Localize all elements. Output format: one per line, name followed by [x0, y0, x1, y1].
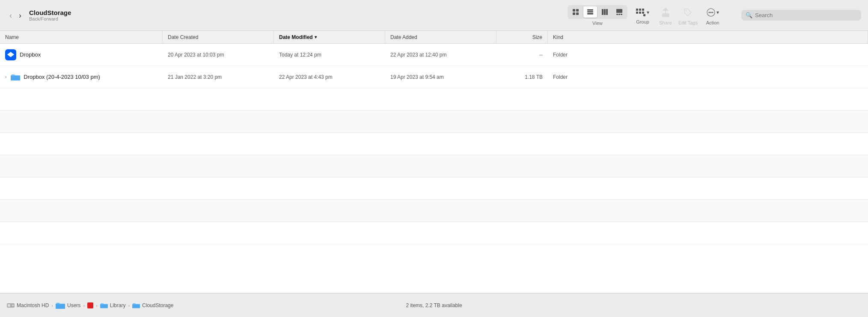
- svg-rect-17: [636, 12, 638, 14]
- hd-icon: [7, 302, 15, 308]
- edit-tags-group: Edit Tags: [678, 6, 698, 25]
- breadcrumb-text-hd: Macintosh HD: [17, 302, 49, 308]
- col-header-kind[interactable]: Kind: [548, 31, 868, 43]
- svg-rect-8: [604, 9, 606, 15]
- status-bar: Macintosh HD › Users › › Library ›: [0, 293, 868, 317]
- gallery-view-button[interactable]: [612, 6, 626, 18]
- icon-view-button[interactable]: [569, 6, 583, 18]
- svg-rect-3: [576, 12, 579, 15]
- dropbox-icon: [5, 49, 16, 60]
- view-controls-group: View: [568, 5, 627, 26]
- svg-point-25: [710, 12, 712, 13]
- list-view-button[interactable]: [583, 6, 597, 18]
- date-created-cell: 20 Apr 2023 at 10:03 pm: [163, 44, 274, 66]
- share-group: Share: [658, 6, 673, 25]
- sort-arrow: ▾: [315, 35, 317, 39]
- kind-cell: Folder: [548, 66, 868, 88]
- back-button[interactable]: ‹: [7, 10, 15, 21]
- window-title: CloudStorage: [29, 9, 71, 16]
- empty-row: [0, 222, 868, 244]
- date-modified-cell: Today at 12:24 pm: [274, 44, 385, 66]
- breadcrumb-item-library[interactable]: Library: [100, 302, 126, 308]
- date-added-cell: 22 Apr 2023 at 12:40 pm: [385, 44, 496, 66]
- col-header-date-modified[interactable]: Date Modified ▾: [274, 31, 385, 43]
- svg-rect-11: [616, 14, 618, 15]
- breadcrumb-item-cloudstorage[interactable]: CloudStorage: [132, 302, 173, 308]
- action-button[interactable]: ▾: [703, 6, 722, 19]
- folder-blue-icon: [11, 73, 20, 81]
- group-label: Group: [636, 19, 649, 24]
- svg-rect-2: [573, 12, 575, 15]
- empty-row: [0, 177, 868, 200]
- svg-rect-0: [573, 9, 575, 12]
- size-cell: 1.18 TB: [496, 66, 548, 88]
- edit-tags-button[interactable]: [680, 6, 696, 19]
- window-title-area: CloudStorage Back/Forward: [29, 9, 80, 21]
- nav-buttons: ‹ ›: [7, 10, 24, 21]
- view-label: View: [592, 21, 603, 26]
- empty-row: [0, 88, 868, 111]
- action-label: Action: [706, 20, 719, 25]
- date-added-cell: 19 Apr 2023 at 9:54 am: [385, 66, 496, 88]
- search-input[interactable]: [755, 12, 857, 18]
- column-headers: Name Date Created Date Modified ▾ Date A…: [0, 31, 868, 44]
- search-icon: 🔍: [746, 12, 752, 18]
- edit-tags-label: Edit Tags: [678, 20, 698, 25]
- svg-rect-1: [576, 9, 579, 12]
- empty-row: [0, 200, 868, 222]
- table-row[interactable]: Dropbox 20 Apr 2023 at 10:03 pm Today at…: [0, 44, 868, 66]
- library-folder-icon: [100, 302, 108, 308]
- expand-arrow[interactable]: ›: [5, 75, 6, 79]
- toolbar: ‹ › CloudStorage Back/Forward: [0, 0, 868, 31]
- svg-rect-7: [602, 9, 603, 15]
- col-header-size[interactable]: Size: [496, 31, 548, 43]
- breadcrumb-text-users: Users: [67, 302, 80, 308]
- date-created-cell: 21 Jan 2022 at 3:20 pm: [163, 66, 274, 88]
- breadcrumb-item-users[interactable]: Users: [56, 302, 80, 309]
- svg-rect-15: [639, 9, 641, 11]
- col-header-date-added[interactable]: Date Added: [385, 31, 496, 43]
- empty-row: [0, 111, 868, 133]
- empty-row: [0, 133, 868, 155]
- file-name: Dropbox: [20, 51, 41, 58]
- breadcrumb-sep: ›: [51, 303, 53, 308]
- search-bar[interactable]: 🔍: [741, 10, 861, 21]
- svg-rect-6: [587, 13, 593, 15]
- breadcrumb: Macintosh HD › Users › › Library ›: [7, 302, 291, 309]
- empty-row: [0, 155, 868, 177]
- share-button[interactable]: [658, 6, 673, 19]
- column-view-button[interactable]: [598, 6, 612, 18]
- svg-rect-4: [587, 9, 593, 11]
- breadcrumb-item-user[interactable]: [87, 302, 93, 308]
- breadcrumb-text-library: Library: [110, 302, 126, 308]
- svg-rect-13: [621, 14, 622, 15]
- users-folder-icon: [56, 302, 65, 309]
- file-name-cell: › Dropbox (20-4-2023 10/03 pm): [0, 66, 163, 88]
- status-text: 2 items, 2.2 TB available: [291, 302, 576, 308]
- kind-cell: Folder: [548, 44, 868, 66]
- action-group: ▾ Action: [703, 6, 722, 25]
- svg-rect-20: [643, 14, 645, 16]
- svg-point-26: [712, 12, 713, 13]
- col-header-name[interactable]: Name: [0, 31, 163, 43]
- breadcrumb-text-cloudstorage: CloudStorage: [142, 302, 173, 308]
- svg-point-24: [709, 12, 710, 13]
- table-row[interactable]: › Dropbox (20-4-2023 10/03 pm) 21 Jan 20…: [0, 66, 868, 88]
- svg-rect-14: [636, 9, 638, 11]
- file-name: Dropbox (20-4-2023 10/03 pm): [24, 74, 100, 80]
- breadcrumb-item-hd[interactable]: Macintosh HD: [7, 302, 49, 308]
- breadcrumb-sep: ›: [128, 303, 130, 308]
- forward-button[interactable]: ›: [16, 10, 24, 21]
- file-name-cell: Dropbox: [0, 44, 163, 66]
- svg-point-33: [12, 305, 14, 306]
- date-modified-cell: 22 Apr 2023 at 4:43 pm: [274, 66, 385, 88]
- svg-rect-5: [587, 11, 593, 12]
- size-cell: --: [496, 44, 548, 66]
- group-button[interactable]: ▾: [633, 6, 653, 18]
- col-header-date-created[interactable]: Date Created: [163, 31, 274, 43]
- svg-rect-10: [616, 9, 622, 13]
- breadcrumb-sep: ›: [96, 303, 98, 308]
- cloudstorage-folder-icon: [132, 302, 140, 308]
- svg-rect-16: [642, 9, 644, 11]
- svg-rect-32: [8, 304, 10, 307]
